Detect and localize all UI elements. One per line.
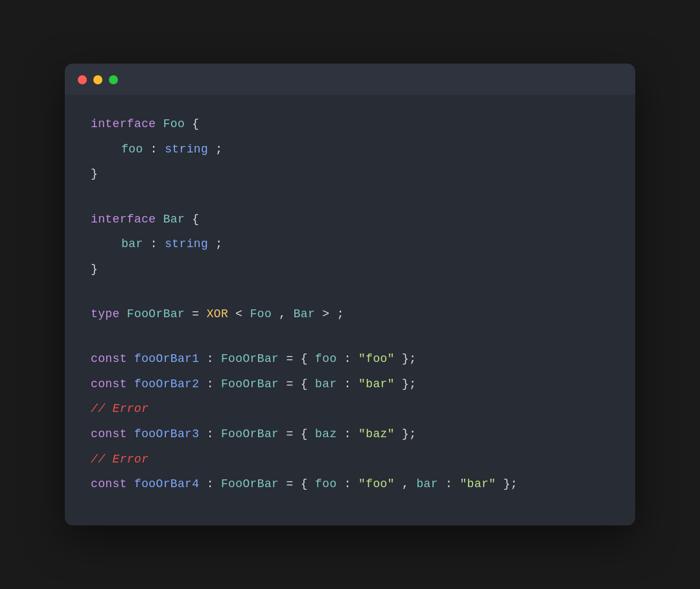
type-param-foo: Foo: [250, 307, 272, 320]
blank-line-3: [91, 330, 609, 350]
line-type-def: type FooOrBar = XOR < Foo , Bar > ;: [91, 304, 609, 324]
keyword-const-1: const: [91, 352, 127, 365]
obj-prop-foo-1: foo: [315, 352, 337, 365]
type-ref-1: FooOrBar: [221, 352, 279, 365]
keyword-type: type: [91, 307, 120, 320]
code-editor: interface Foo { foo : string ; } interfa…: [65, 95, 635, 525]
line-error2: // Error: [91, 450, 609, 470]
line-const2: const fooOrBar2 : FooOrBar = { bar : "ba…: [91, 374, 609, 394]
close-button[interactable]: [78, 75, 87, 84]
obj-prop-baz-3: baz: [315, 427, 337, 440]
keyword-interface: interface: [91, 117, 156, 130]
prop-foo: foo: [121, 143, 143, 156]
line-const3: const fooOrBar3 : FooOrBar = { baz : "ba…: [91, 424, 609, 444]
line-foo-prop: foo : string ;: [91, 139, 609, 160]
obj-prop-bar-4: bar: [416, 477, 438, 490]
keyword-interface-2: interface: [91, 213, 156, 226]
maximize-button[interactable]: [109, 75, 118, 84]
comment-error-2: // Error: [91, 453, 148, 466]
type-foo: Foo: [163, 117, 185, 130]
comment-error-1: // Error: [91, 402, 148, 415]
type-ref-3: FooOrBar: [221, 427, 279, 440]
line-interface-foo: interface Foo {: [91, 114, 609, 134]
code-window: interface Foo { foo : string ; } interfa…: [65, 64, 635, 525]
str-foo-4: "foo": [358, 477, 395, 490]
str-foo-1: "foo": [358, 352, 395, 365]
xor-identifier: XOR: [207, 307, 229, 320]
type-param-bar: Bar: [294, 307, 316, 320]
line-error1: // Error: [91, 399, 609, 419]
blank-line-2: [91, 284, 609, 304]
line-const1: const fooOrBar1 : FooOrBar = { foo : "fo…: [91, 349, 609, 369]
obj-prop-foo-4: foo: [315, 477, 337, 490]
var-fooOrBar1: fooOrBar1: [134, 352, 199, 365]
var-fooOrBar3: fooOrBar3: [134, 427, 199, 440]
keyword-const-3: const: [91, 427, 127, 440]
keyword-const-4: const: [91, 477, 127, 490]
str-baz-3: "baz": [358, 427, 395, 440]
str-bar-4: "bar": [460, 477, 496, 490]
line-close-bar: }: [91, 259, 609, 280]
type-ref-2: FooOrBar: [221, 378, 279, 391]
keyword-const-2: const: [91, 378, 127, 391]
line-interface-bar: interface Bar {: [91, 210, 609, 230]
type-ref-4: FooOrBar: [221, 477, 279, 490]
title-bar: [65, 64, 635, 95]
minimize-button[interactable]: [93, 75, 102, 84]
line-close-foo: }: [91, 164, 609, 184]
type-string: string: [165, 143, 208, 156]
line-const4: const fooOrBar4 : FooOrBar = { foo : "fo…: [91, 474, 609, 494]
type-string-2: string: [165, 237, 208, 250]
str-bar-2: "bar": [358, 378, 395, 391]
var-fooOrBar4: fooOrBar4: [134, 477, 199, 490]
var-fooOrBar2: fooOrBar2: [134, 378, 199, 391]
prop-bar: bar: [121, 237, 143, 250]
obj-prop-bar-2: bar: [315, 378, 337, 391]
blank-line-1: [91, 189, 609, 210]
type-fooOrBar: FooOrBar: [127, 307, 185, 320]
line-bar-prop: bar : string ;: [91, 234, 609, 254]
type-bar: Bar: [163, 213, 185, 226]
